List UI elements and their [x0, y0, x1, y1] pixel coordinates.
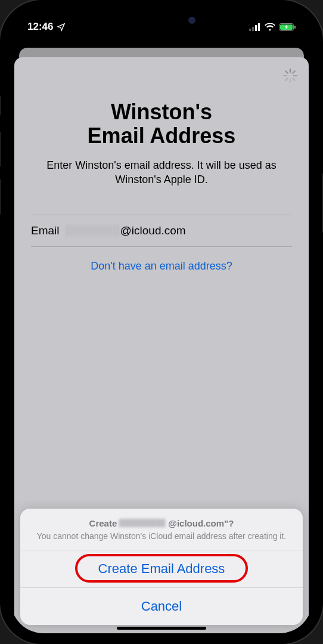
svg-rect-1 [252, 27, 254, 31]
wifi-icon [265, 23, 275, 31]
svg-line-12 [293, 78, 295, 80]
home-indicator[interactable] [117, 627, 206, 630]
battery-charging-icon [279, 23, 296, 31]
loading-spinner-icon [282, 68, 298, 83]
location-icon [57, 23, 66, 32]
page-title: Winston's Email Address [31, 100, 292, 147]
email-domain: @icloud.com [120, 224, 186, 237]
device-notch [99, 11, 224, 30]
svg-rect-2 [255, 25, 257, 31]
cellular-signal-icon [249, 23, 261, 31]
redacted-username [119, 519, 166, 527]
action-sheet-header: Create @icloud.com"? You cannot change W… [20, 509, 303, 550]
modal-sheet: Winston's Email Address Enter Winston's … [14, 57, 309, 633]
create-email-address-label: Create Email Address [98, 561, 225, 576]
page-subtitle: Enter Winston's email address. It will b… [31, 158, 292, 187]
svg-rect-6 [294, 26, 296, 29]
cancel-button[interactable]: Cancel [20, 588, 303, 625]
status-time: 12:46 [27, 21, 53, 33]
svg-line-11 [285, 71, 288, 73]
email-field-row[interactable]: Email @icloud.com [31, 215, 292, 247]
action-sheet-subtitle: You cannot change Winston's iCloud email… [31, 531, 292, 541]
create-email-address-button[interactable]: Create Email Address [20, 550, 303, 588]
action-sheet-title-prefix: Create [89, 518, 117, 528]
svg-rect-0 [249, 29, 251, 31]
action-sheet: Create @icloud.com"? You cannot change W… [20, 509, 303, 625]
no-email-link[interactable]: Don't have an email address? [91, 260, 232, 272]
email-field-value: @icloud.com [67, 224, 186, 237]
email-field-label: Email [31, 224, 60, 237]
redacted-username [67, 225, 119, 236]
svg-line-14 [293, 71, 295, 73]
svg-line-13 [285, 78, 288, 80]
svg-rect-3 [258, 23, 260, 31]
action-sheet-title: Create @icloud.com"? [31, 518, 292, 528]
action-sheet-title-suffix: @icloud.com"? [168, 518, 234, 528]
